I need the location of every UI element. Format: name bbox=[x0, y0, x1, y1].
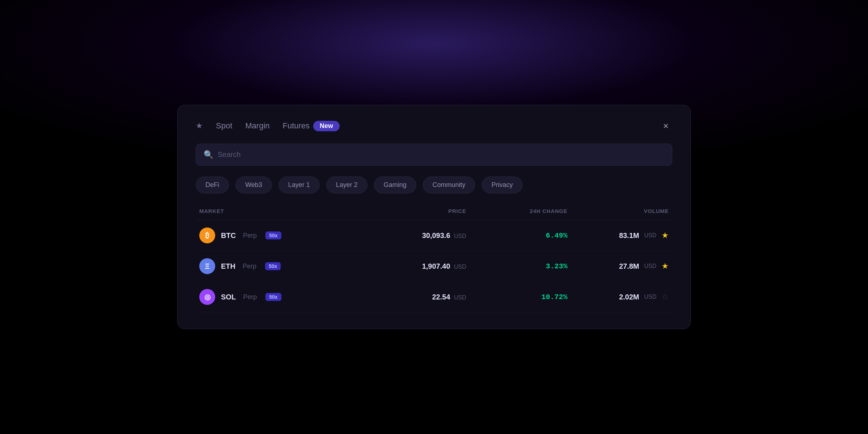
chip-layer2[interactable]: Layer 2 bbox=[326, 176, 367, 193]
eth-volume-cell: 27.8M USD ★ bbox=[567, 262, 669, 271]
table-body: ₿ BTC Perp 50x 30,093.6 USD 6.49% 83.1M … bbox=[196, 220, 672, 312]
col-header-volume: Volume bbox=[567, 208, 669, 214]
eth-volume: 27.8M bbox=[619, 262, 639, 271]
btc-leverage: 50x bbox=[265, 231, 281, 239]
sol-volume-unit: USD bbox=[644, 294, 656, 300]
table-header: MARKET Price 24H Change Volume bbox=[196, 208, 672, 220]
btc-favorite-button[interactable]: ★ bbox=[661, 231, 669, 239]
eth-price: 1,907.40 bbox=[422, 262, 450, 270]
tab-futures-wrapper: Futures New bbox=[283, 120, 340, 132]
eth-volume-unit: USD bbox=[644, 263, 656, 269]
btc-type: Perp bbox=[243, 232, 257, 239]
btc-volume: 83.1M bbox=[619, 231, 639, 240]
modal-header: ★ Spot Margin Futures New × bbox=[196, 120, 672, 132]
new-badge: New bbox=[313, 121, 340, 131]
tab-spot[interactable]: Spot bbox=[216, 120, 232, 132]
btc-icon: ₿ bbox=[199, 227, 215, 243]
sol-volume-cell: 2.02M USD ☆ bbox=[567, 293, 669, 301]
btc-price: 30,093.6 bbox=[422, 231, 450, 239]
search-input[interactable] bbox=[196, 144, 672, 166]
sol-change-cell: 10.72% bbox=[466, 293, 567, 301]
market-cell-btc: ₿ BTC Perp 50x bbox=[199, 227, 365, 243]
tab-margin[interactable]: Margin bbox=[245, 120, 269, 132]
sol-price: 22.54 bbox=[432, 293, 450, 301]
chip-defi[interactable]: DeFi bbox=[196, 176, 229, 193]
market-cell-eth: Ξ ETH Perp 50x bbox=[199, 258, 365, 274]
category-filters: DeFi Web3 Layer 1 Layer 2 Gaming Communi… bbox=[196, 176, 672, 193]
btc-volume-unit: USD bbox=[644, 232, 656, 239]
search-wrapper: 🔍 bbox=[196, 144, 672, 166]
eth-favorite-button[interactable]: ★ bbox=[661, 262, 669, 270]
close-button[interactable]: × bbox=[659, 119, 672, 132]
eth-change: 3.23% bbox=[546, 262, 567, 271]
btc-price-unit: USD bbox=[454, 233, 466, 239]
sol-leverage: 50x bbox=[265, 293, 281, 301]
market-modal: ★ Spot Margin Futures New × 🔍 DeFi Web3 … bbox=[177, 105, 691, 329]
market-cell-sol: ◎ SOL Perp 50x bbox=[199, 289, 365, 305]
eth-type: Perp bbox=[243, 263, 256, 270]
chip-privacy[interactable]: Privacy bbox=[482, 176, 523, 193]
eth-icon: Ξ bbox=[199, 258, 215, 274]
eth-icon-letter: Ξ bbox=[205, 262, 210, 271]
favorites-star-icon[interactable]: ★ bbox=[196, 121, 203, 131]
btc-price-cell: 30,093.6 USD bbox=[365, 231, 466, 240]
btc-change-cell: 6.49% bbox=[466, 231, 567, 240]
search-icon: 🔍 bbox=[204, 150, 213, 159]
eth-symbol: ETH bbox=[221, 262, 235, 271]
sol-price-unit: USD bbox=[454, 294, 466, 301]
eth-change-cell: 3.23% bbox=[466, 262, 567, 271]
table-row: Ξ ETH Perp 50x 1,907.40 USD 3.23% 27.8M … bbox=[196, 251, 672, 282]
sol-change: 10.72% bbox=[541, 293, 567, 301]
btc-symbol: BTC bbox=[221, 231, 236, 240]
eth-price-cell: 1,907.40 USD bbox=[365, 262, 466, 271]
col-header-market: MARKET bbox=[199, 208, 365, 214]
sol-volume: 2.02M bbox=[619, 293, 639, 301]
table-row: ₿ BTC Perp 50x 30,093.6 USD 6.49% 83.1M … bbox=[196, 220, 672, 251]
eth-leverage: 50x bbox=[265, 262, 281, 270]
eth-price-unit: USD bbox=[454, 264, 466, 270]
tab-futures[interactable]: Futures bbox=[283, 120, 310, 132]
chip-web3[interactable]: Web3 bbox=[235, 176, 272, 193]
table-row: ◎ SOL Perp 50x 22.54 USD 10.72% 2.02M US… bbox=[196, 282, 672, 312]
btc-volume-cell: 83.1M USD ★ bbox=[567, 231, 669, 240]
btc-icon-letter: ₿ bbox=[205, 231, 209, 240]
sol-price-cell: 22.54 USD bbox=[365, 293, 466, 301]
sol-type: Perp bbox=[243, 293, 257, 301]
chip-community[interactable]: Community bbox=[423, 176, 475, 193]
chip-gaming[interactable]: Gaming bbox=[374, 176, 416, 193]
sol-icon: ◎ bbox=[199, 289, 215, 305]
sol-favorite-button[interactable]: ☆ bbox=[661, 293, 669, 301]
chip-layer1[interactable]: Layer 1 bbox=[278, 176, 320, 193]
sol-icon-letter: ◎ bbox=[204, 293, 210, 301]
btc-change: 6.49% bbox=[546, 231, 567, 240]
col-header-price: Price bbox=[365, 208, 466, 214]
sol-symbol: SOL bbox=[221, 293, 236, 301]
col-header-change: 24H Change bbox=[466, 208, 567, 214]
